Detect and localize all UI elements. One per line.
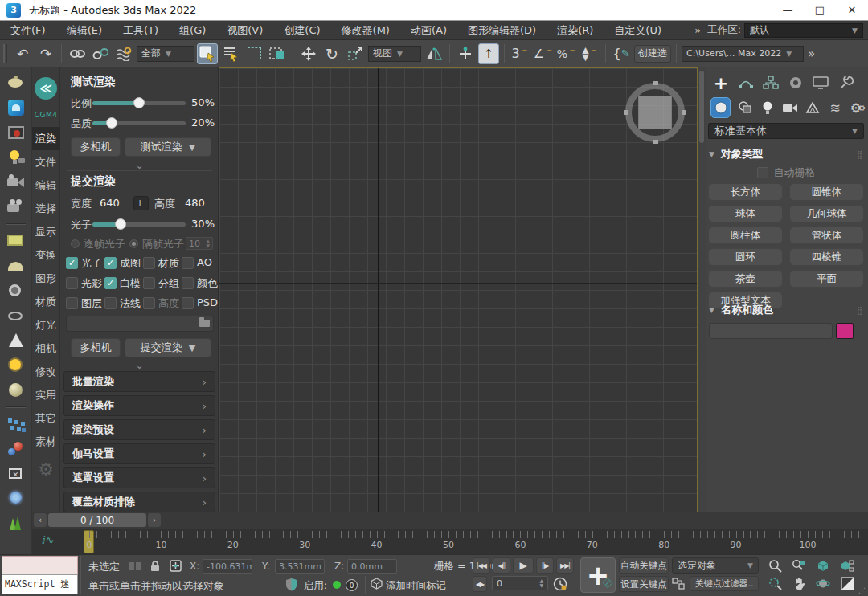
create-button-圆柱体[interactable]: 圆柱体 <box>708 227 783 244</box>
sidebar-tab-显示[interactable]: 显示 <box>32 220 60 243</box>
scale-slider[interactable] <box>92 101 186 105</box>
time-configuration-button[interactable] <box>553 577 567 591</box>
zoom-all-icon[interactable] <box>789 557 809 574</box>
create-button-茶壶[interactable]: 茶壶 <box>708 270 783 288</box>
sidebar-tab-渲染[interactable]: 渲染 <box>32 127 60 150</box>
menu-overflow-chevron[interactable]: » <box>688 24 707 36</box>
menu-item-3[interactable]: 组(G) <box>169 21 216 40</box>
next-frame-button[interactable]: ||▶ <box>536 557 554 574</box>
create-button-圆锥体[interactable]: 圆锥体 <box>789 183 864 201</box>
orbit-icon[interactable] <box>813 575 833 591</box>
ring-icon[interactable] <box>6 282 26 300</box>
maxscript-mini-listener-macro[interactable] <box>2 556 78 574</box>
checkbox-法线[interactable] <box>104 297 117 309</box>
checkbox-光影[interactable] <box>66 277 78 289</box>
time-slider-bar[interactable]: 0 / 100 <box>48 513 146 527</box>
create-button-管状体[interactable]: 管状体 <box>789 227 864 244</box>
sidebar-tab-修改[interactable]: 修改 <box>32 360 60 383</box>
checkbox-高度[interactable] <box>143 297 155 309</box>
track-bar[interactable]: ⅈ∿ 0102030405060708090100 <box>32 529 868 554</box>
sidebar-tab-其它[interactable]: 其它 <box>32 406 60 430</box>
checkbox-AO[interactable] <box>182 257 194 269</box>
monitor-yellow-icon[interactable] <box>6 232 26 250</box>
keyboard-shortcut-override-toggle[interactable]: ↑ <box>478 43 499 64</box>
collapse-chevron[interactable]: ⌄ <box>60 160 219 171</box>
spinner-arrows-icon[interactable]: ▲▼ <box>206 239 210 248</box>
create-selection-set-button[interactable]: 创建选 <box>634 45 671 63</box>
select-by-name-button[interactable] <box>220 43 241 64</box>
category-lights[interactable] <box>759 99 776 116</box>
output-path-input[interactable] <box>66 316 214 332</box>
rollout-伽马设置[interactable]: 伽马设置› <box>63 443 215 464</box>
toolbar-grip[interactable] <box>3 44 7 63</box>
grass-icon[interactable] <box>6 515 26 533</box>
light-bulb-icon[interactable] <box>6 149 26 166</box>
menu-item-1[interactable]: 编辑(E) <box>56 21 113 40</box>
toolbar-overflow-chevron[interactable]: » <box>808 47 815 61</box>
tab-display[interactable] <box>812 74 829 92</box>
sidebar-tab-实用[interactable]: 实用 <box>32 383 60 406</box>
set-key-button[interactable]: 设置关键点 <box>619 576 669 592</box>
test-render-button[interactable]: 测试渲染 ▼ <box>125 137 211 157</box>
create-button-长方体[interactable]: 长方体 <box>708 183 783 201</box>
collapse-chevron[interactable]: ⌄ <box>60 360 219 371</box>
redo-button[interactable]: ↷ <box>35 43 56 64</box>
sidebar-tab-图形[interactable]: 图形 <box>32 267 60 290</box>
select-object-button[interactable] <box>197 43 218 64</box>
go-to-start-button[interactable]: |◀◀ <box>473 557 490 574</box>
sidebar-tab-文件[interactable]: 文件 <box>32 150 60 173</box>
select-and-manipulate-button[interactable] <box>455 43 476 64</box>
category-helpers[interactable] <box>805 99 821 116</box>
zoom-extents-all-icon[interactable] <box>837 557 857 574</box>
zero-badge[interactable]: 0 <box>346 579 358 591</box>
checkbox-光子[interactable]: ✓ <box>66 257 78 269</box>
viewcube-top-face[interactable] <box>638 96 672 129</box>
checkbox-图层[interactable] <box>66 297 78 309</box>
isolate-selection-icon[interactable] <box>129 561 141 571</box>
sidebar-tab-相机[interactable]: 相机 <box>32 337 60 360</box>
go-to-end-button[interactable]: ▶▶| <box>556 557 574 574</box>
menu-item-7[interactable]: 动画(A) <box>400 21 457 40</box>
selection-filter-dropdown[interactable]: 全部 ▼ <box>137 46 194 62</box>
curve-view-toggle-icon[interactable]: ⅈ∿ <box>42 534 54 546</box>
plugin-logo-icon[interactable]: ≪ <box>35 77 57 100</box>
select-and-link-icon[interactable] <box>67 43 88 64</box>
perspective-viewport[interactable] <box>219 67 698 512</box>
window-crossing-toggle[interactable] <box>267 43 288 64</box>
category-cameras[interactable] <box>781 99 798 116</box>
add-time-tag[interactable]: 添加时间标记 <box>386 579 446 593</box>
tab-create[interactable]: + <box>712 74 730 92</box>
sun-icon[interactable] <box>6 357 26 374</box>
zoom-extents-icon[interactable] <box>813 557 833 574</box>
close-button[interactable]: ✕ <box>836 0 868 21</box>
maximize-viewport-toggle-icon[interactable] <box>837 575 857 591</box>
current-frame-field[interactable]: 0 ▲▼ <box>492 576 548 590</box>
pan-hand-icon[interactable] <box>789 575 809 591</box>
width-value[interactable]: 640 <box>100 197 120 209</box>
project-folder-dropdown[interactable]: C:\Users\… Max 2022 ▼ <box>682 46 804 62</box>
select-and-rotate-button[interactable]: ↻ <box>321 43 342 64</box>
play-button[interactable]: ▶ <box>513 557 534 574</box>
checkbox-材质[interactable] <box>143 257 155 269</box>
resize-grip[interactable]: ⋰ <box>858 586 866 594</box>
menu-item-5[interactable]: 创建(C) <box>273 21 330 40</box>
auto-key-button[interactable]: 自动关键点 <box>619 557 669 574</box>
coral-blue-icon[interactable] <box>6 490 26 508</box>
molecule-icon[interactable] <box>6 440 26 458</box>
workspace-dropdown[interactable]: 默认 ▼ <box>744 23 863 38</box>
menu-item-4[interactable]: 视图(V) <box>216 21 273 40</box>
quality-slider[interactable] <box>92 121 186 125</box>
category-space-warps[interactable]: ≋ <box>827 99 844 116</box>
sidebar-tab-编辑[interactable]: 编辑 <box>32 173 60 197</box>
rollout-批量渲染[interactable]: 批量渲染› <box>63 371 215 392</box>
select-and-scale-button[interactable] <box>345 43 366 64</box>
select-and-move-button[interactable] <box>298 43 319 64</box>
photon-slider[interactable] <box>92 222 186 227</box>
object-color-swatch[interactable] <box>836 323 854 339</box>
menu-item-6[interactable]: 修改器(M) <box>331 21 400 40</box>
scrollbar-thumb[interactable] <box>699 71 704 143</box>
maximize-button[interactable]: □ <box>804 0 836 21</box>
minimize-button[interactable]: — <box>772 0 804 21</box>
previous-frame-button[interactable]: ◀|| <box>493 557 510 574</box>
menu-item-10[interactable]: 自定义(U) <box>604 21 672 40</box>
